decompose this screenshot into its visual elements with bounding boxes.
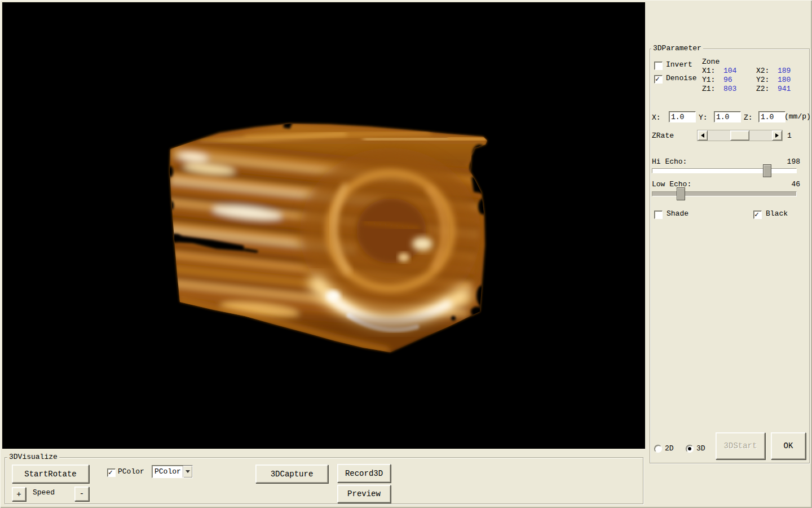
low-echo-value: 46 <box>785 180 800 189</box>
dropdown-arrow-icon[interactable] <box>183 466 192 478</box>
speed-minus-button[interactable]: - <box>74 487 89 501</box>
low-echo-thumb[interactable] <box>677 187 685 200</box>
record-3d-button[interactable]: Record3D <box>337 464 391 483</box>
speed-label: Speed <box>33 488 55 497</box>
scale-z-label: Z: <box>744 113 753 122</box>
shade-label: Shade <box>667 209 689 218</box>
group-3dvisualize-title: 3DVisualize <box>7 453 59 461</box>
zone-z1-label: Z1: <box>702 85 715 93</box>
invert-checkbox[interactable] <box>654 62 663 70</box>
start-rotate-button[interactable]: StartRotate <box>12 465 89 483</box>
hi-echo-thumb[interactable] <box>763 164 771 177</box>
pcolor-label: PColor <box>118 467 144 476</box>
hi-echo-label: Hi Echo: <box>652 157 687 166</box>
mode-2d-label: 2D <box>665 444 674 453</box>
zone-x1-value: 104 <box>723 67 736 75</box>
black-label: Black <box>766 209 788 218</box>
preview-button[interactable]: Preview <box>337 485 391 503</box>
scale-y-input[interactable] <box>714 111 741 122</box>
low-echo-label: Low Echo: <box>652 180 691 189</box>
zrate-thumb[interactable] <box>730 130 749 141</box>
black-checkbox[interactable] <box>753 211 762 219</box>
ok-button[interactable]: OK <box>771 432 806 459</box>
pcolor-checkbox[interactable] <box>107 468 116 477</box>
application-window: { "right_panel": { "title": "3DParameter… <box>0 0 812 508</box>
zrate-value: 1 <box>787 132 792 140</box>
group-3dvisualize: 3DVisualize StartRotate PColor PColor 3D… <box>5 457 643 504</box>
pcolor-dropdown[interactable]: PColor <box>152 465 193 478</box>
denoise-label: Denoise <box>666 74 697 82</box>
zone-y2-value: 180 <box>778 76 791 84</box>
shade-checkbox[interactable] <box>654 211 663 219</box>
invert-label: Invert <box>666 60 692 69</box>
zone-x2-label: X2: <box>756 67 769 75</box>
start-3d-button[interactable]: 3DStart <box>716 432 765 459</box>
low-echo-track[interactable] <box>652 191 797 196</box>
speed-plus-button[interactable]: + <box>12 487 26 501</box>
mode-3d-radio[interactable] <box>686 445 694 453</box>
viewport-3d[interactable] <box>2 2 645 449</box>
volume-render-3d <box>2 2 645 449</box>
scale-z-input[interactable] <box>758 111 785 122</box>
group-3dparameter-title: 3DParameter <box>651 44 703 52</box>
zone-x2-value: 189 <box>778 67 791 75</box>
group-3dparameter: 3DParameter Invert Denoise Zone X1: 104 … <box>650 49 810 463</box>
zone-z2-label: Z2: <box>756 85 769 93</box>
zone-y2-label: Y2: <box>756 76 769 84</box>
mode-3d-label: 3D <box>696 444 705 453</box>
scale-y-label: Y: <box>699 113 708 122</box>
zone-z2-value: 941 <box>778 85 791 93</box>
hi-echo-track[interactable] <box>652 168 797 173</box>
zone-z1-value: 803 <box>723 85 736 93</box>
scale-x-label: X: <box>652 113 661 122</box>
capture-3d-button[interactable]: 3DCapture <box>255 465 328 483</box>
zrate-label: ZRate <box>652 132 674 140</box>
zrate-left-arrow-icon[interactable] <box>698 130 708 141</box>
mode-2d-radio[interactable] <box>654 445 662 453</box>
zrate-scrollbar[interactable] <box>697 130 783 141</box>
pcolor-dropdown-value: PColor <box>152 467 183 476</box>
hi-echo-value: 198 <box>785 157 800 166</box>
zrate-right-arrow-icon[interactable] <box>772 130 782 141</box>
zone-label: Zone <box>702 58 720 66</box>
zone-y1-value: 96 <box>723 76 732 84</box>
zone-x1-label: X1: <box>702 67 715 75</box>
denoise-checkbox[interactable] <box>654 75 663 84</box>
zone-y1-label: Y1: <box>702 76 715 84</box>
scale-x-input[interactable] <box>669 111 696 122</box>
scale-unit-label: (mm/p) <box>784 112 811 121</box>
